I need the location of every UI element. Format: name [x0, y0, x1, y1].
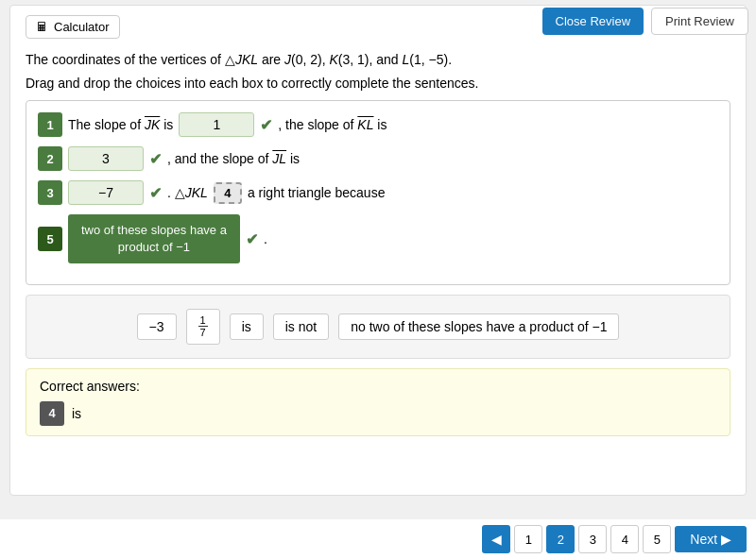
- prev-button[interactable]: ◀: [482, 525, 510, 553]
- calculator-button[interactable]: 🖩 Calculator: [26, 15, 120, 39]
- drag-instruction: Drag and drop the choices into each box …: [26, 76, 730, 91]
- page-1[interactable]: 1: [514, 525, 542, 553]
- choice-neg3[interactable]: −3: [137, 313, 177, 340]
- page-5[interactable]: 5: [643, 525, 671, 553]
- bottom-nav: ◀ 1 2 3 4 5 Next ▶: [0, 519, 756, 559]
- page-3[interactable]: 3: [578, 525, 607, 553]
- choice-1-7[interactable]: 17: [186, 309, 220, 344]
- row1-prefix: The slope of JK is: [68, 117, 173, 132]
- page-2[interactable]: 2: [546, 525, 575, 553]
- correct-answer-4-text: is: [72, 406, 81, 421]
- row5-check: ✔: [246, 230, 258, 248]
- answer-row-1: 1 The slope of JK is 1 ✔ , the slope of …: [38, 112, 718, 137]
- row3-dashed-box[interactable]: 4: [214, 182, 242, 204]
- row-num-2: 2: [38, 146, 62, 171]
- row5-period: .: [264, 231, 267, 246]
- row-num-1: 1: [38, 112, 62, 137]
- answer-row-3: 3 −7 ✔ . △JKL 4 a right triangle because: [38, 180, 718, 205]
- row5-answer-box[interactable]: two of these slopes have aproduct of −1: [68, 214, 240, 263]
- correct-row-4: 4 is: [40, 401, 716, 426]
- top-bar: Close Review Print Review: [535, 0, 756, 42]
- row-num-5: 5: [38, 227, 62, 251]
- correct-answers-label: Correct answers:: [40, 379, 716, 394]
- correct-num-4: 4: [40, 401, 64, 426]
- choice-no-two[interactable]: no two of these slopes have a product of…: [338, 313, 619, 340]
- main-content: 🖩 Calculator The coordinates of the vert…: [9, 5, 747, 496]
- calculator-icon: 🖩: [36, 20, 48, 34]
- next-label: Next ▶: [690, 532, 731, 547]
- answer-area: 1 The slope of JK is 1 ✔ , the slope of …: [26, 100, 730, 285]
- choice-is[interactable]: is: [230, 313, 264, 340]
- close-review-button[interactable]: Close Review: [542, 8, 644, 35]
- choices-area: −3 17 is is not no two of these slopes h…: [26, 295, 730, 358]
- row1-answer-box[interactable]: 1: [179, 112, 254, 137]
- row1-check: ✔: [260, 116, 272, 134]
- row1-suffix: , the slope of KL is: [278, 117, 387, 132]
- choice-is-not[interactable]: is not: [273, 313, 329, 340]
- correct-answers-area: Correct answers: 4 is: [26, 368, 730, 436]
- row2-check: ✔: [149, 150, 162, 168]
- next-button[interactable]: Next ▶: [675, 526, 747, 552]
- row2-answer-box[interactable]: 3: [68, 146, 144, 171]
- row3-answer-box[interactable]: −7: [68, 180, 144, 205]
- row3-end: a right triangle because: [248, 185, 386, 200]
- answer-row-5: 5 two of these slopes have aproduct of −…: [38, 214, 718, 263]
- row2-suffix: , and the slope of JL is: [167, 151, 300, 166]
- row-num-3: 3: [38, 180, 62, 205]
- calculator-label: Calculator: [54, 20, 110, 34]
- question-text: The coordinates of the vertices of △JKL …: [26, 50, 730, 70]
- answer-row-2: 2 3 ✔ , and the slope of JL is: [38, 146, 718, 171]
- row3-check: ✔: [149, 184, 162, 202]
- print-review-button[interactable]: Print Review: [651, 8, 748, 35]
- page-4[interactable]: 4: [610, 525, 639, 553]
- row3-suffix: . △JKL: [167, 185, 208, 200]
